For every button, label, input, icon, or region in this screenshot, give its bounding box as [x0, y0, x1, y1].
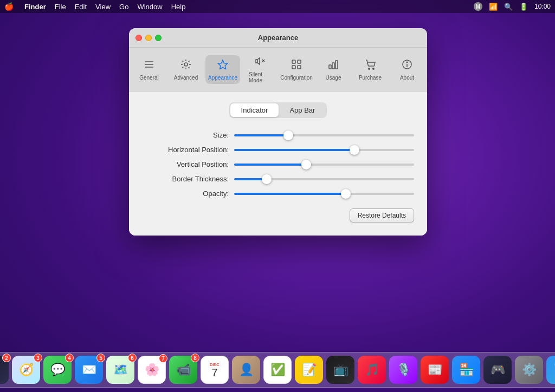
- toolbar-item-usage[interactable]: Usage: [316, 55, 351, 84]
- close-button[interactable]: [135, 35, 142, 41]
- opacity-label: Opacity:: [142, 190, 229, 198]
- horizontal-position-slider[interactable]: [234, 149, 414, 151]
- toolbar-item-appearance[interactable]: Appearance: [205, 55, 240, 84]
- photos-icon: 🌸: [145, 363, 159, 377]
- dock-item-tv[interactable]: 📺: [326, 356, 354, 384]
- dock-item-syspreferences[interactable]: ⚙️: [515, 356, 543, 384]
- dock-item-news[interactable]: 📰: [421, 356, 449, 384]
- news-icon: 📰: [428, 363, 442, 377]
- dock-item-podcasts[interactable]: 🎙️: [389, 356, 417, 384]
- syspreferences-icon: ⚙️: [522, 363, 537, 377]
- toolbar-item-configuration[interactable]: Configuration: [279, 55, 314, 84]
- toolbar-item-about[interactable]: About: [390, 55, 424, 84]
- wifi-icon[interactable]: 📶: [489, 3, 498, 11]
- battery-icon[interactable]: 🔋: [519, 3, 528, 11]
- dock-item-appstore[interactable]: 🏪: [452, 356, 480, 384]
- toolbar-item-general[interactable]: General: [132, 55, 166, 84]
- svg-rect-12: [335, 61, 338, 69]
- vertical-position-label: Vertical Position:: [142, 160, 229, 168]
- toolbar-item-silent[interactable]: Silent Mode: [242, 52, 277, 87]
- maps-badge: 6: [128, 354, 137, 362]
- configuration-icon: [291, 58, 302, 73]
- dock: 🖥️ 1 ⊞ 2 🧭 3 💬 4 ✉️ 5 🗺️ 6 🌸: [0, 352, 555, 388]
- svg-rect-10: [329, 65, 331, 69]
- appearance-icon: [217, 58, 229, 73]
- toolbar-item-advanced[interactable]: Advanced: [169, 55, 203, 84]
- vertical-position-row: Vertical Position:: [142, 160, 414, 168]
- menubar-view[interactable]: View: [95, 3, 111, 11]
- window-title: Appearance: [258, 34, 298, 42]
- dock-item-calendar[interactable]: DEC 7: [201, 356, 229, 384]
- sliders-container: Size: Horizontal Position: Ver: [142, 131, 414, 198]
- menubar-window[interactable]: Window: [137, 3, 162, 11]
- segment-control: Indicator App Bar: [229, 102, 327, 118]
- purchase-icon: [364, 58, 376, 73]
- toolbar-item-purchase[interactable]: Purchase: [353, 55, 388, 84]
- size-slider[interactable]: [234, 134, 414, 136]
- contacts-icon: 👤: [239, 363, 254, 377]
- dock-item-music[interactable]: 🎵: [358, 356, 386, 384]
- dock-item-maps[interactable]: 🗺️ 6: [106, 356, 134, 384]
- window-content: Indicator App Bar Size: Horizontal Posit…: [129, 92, 427, 236]
- arcade-icon: 🎮: [491, 363, 505, 377]
- maximize-button[interactable]: [155, 35, 162, 41]
- advanced-icon: [180, 58, 192, 73]
- messages-icon: 💬: [50, 363, 65, 377]
- photos-badge: 7: [159, 354, 167, 363]
- restore-defaults-button[interactable]: Restore Defaults: [350, 208, 414, 223]
- facetime-badge: 8: [191, 354, 199, 362]
- calendar-date: 7: [211, 367, 217, 378]
- toolbar: General Advanced Appearance: [129, 48, 427, 92]
- svg-point-13: [369, 68, 370, 69]
- menubar: 🍎 Finder File Edit View Go Window Help M…: [0, 0, 555, 13]
- toolbar-purchase-label: Purchase: [359, 75, 382, 81]
- search-icon[interactable]: 🔍: [504, 3, 513, 11]
- dock-item-mail[interactable]: ✉️ 5: [75, 356, 103, 384]
- svg-rect-8: [292, 66, 295, 69]
- dock-item-notes[interactable]: 📝: [295, 356, 323, 384]
- dock-item-facetime[interactable]: 📹 8: [169, 356, 197, 384]
- menubar-go[interactable]: Go: [119, 3, 128, 11]
- svg-rect-9: [298, 66, 301, 69]
- menubar-right: M 📶 🔍 🔋 10:00: [474, 2, 551, 11]
- music-icon: 🎵: [365, 363, 379, 377]
- usage-icon: [327, 58, 339, 73]
- facetime-icon: 📹: [176, 363, 191, 377]
- svg-point-14: [373, 68, 374, 69]
- minimize-button[interactable]: [145, 35, 152, 41]
- window-controls: [135, 35, 162, 41]
- dock-item-airdrop[interactable]: 📡: [546, 356, 555, 384]
- safari-badge: 3: [34, 354, 42, 362]
- dock-item-messages[interactable]: 💬 4: [43, 356, 72, 384]
- menubar-left: 🍎 Finder File Edit View Go Window Help: [4, 2, 185, 11]
- border-thickness-slider[interactable]: [234, 178, 414, 180]
- segment-appbar[interactable]: App Bar: [279, 103, 326, 117]
- dock-item-launchpad[interactable]: ⊞ 2: [0, 356, 9, 384]
- vertical-position-slider[interactable]: [234, 164, 414, 166]
- menubar-file[interactable]: File: [55, 3, 66, 11]
- horizontal-position-label: Horizontal Position:: [142, 146, 229, 154]
- dock-item-reminders[interactable]: ✅: [263, 356, 292, 384]
- dock-item-photos[interactable]: 🌸 7: [138, 356, 166, 384]
- about-icon: [401, 58, 413, 73]
- size-label: Size:: [142, 131, 229, 139]
- toolbar-general-label: General: [139, 75, 159, 81]
- airdrop-icon: 📡: [553, 363, 556, 377]
- size-row: Size:: [142, 131, 414, 139]
- menubar-edit[interactable]: Edit: [75, 3, 87, 11]
- messages-badge: 4: [65, 354, 74, 362]
- dock-item-arcade[interactable]: 🎮: [483, 356, 512, 384]
- menubar-app-name[interactable]: Finder: [24, 3, 46, 11]
- toolbar-advanced-label: Advanced: [174, 75, 198, 81]
- dock-item-contacts[interactable]: 👤: [232, 356, 260, 384]
- menubar-help[interactable]: Help: [171, 3, 186, 11]
- opacity-slider[interactable]: [234, 193, 414, 195]
- notes-icon: 📝: [302, 363, 317, 377]
- segment-indicator[interactable]: Indicator: [230, 103, 279, 117]
- apple-logo-icon[interactable]: 🍎: [4, 2, 14, 11]
- dock-item-safari[interactable]: 🧭 3: [12, 356, 40, 384]
- svg-point-17: [406, 62, 408, 63]
- launchpad-badge: 2: [2, 354, 11, 362]
- reminders-icon: ✅: [270, 363, 285, 377]
- toolbar-appearance-label: Appearance: [208, 75, 237, 81]
